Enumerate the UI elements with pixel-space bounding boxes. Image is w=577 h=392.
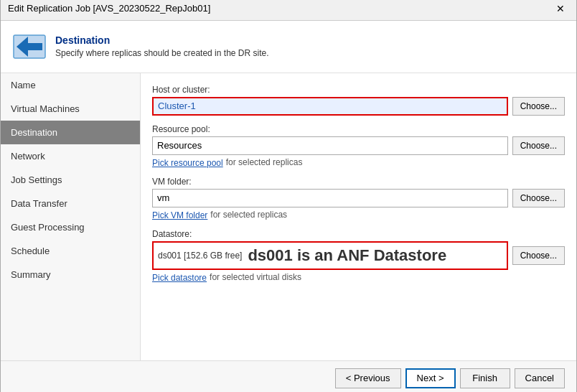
sidebar-item-summary[interactable]: Summary bbox=[1, 263, 140, 286]
vm-folder-pick-suffix: for selected replicas bbox=[210, 210, 287, 220]
finish-button[interactable]: Finish bbox=[460, 368, 510, 388]
header-subtitle: Specify where replicas should be created… bbox=[55, 48, 269, 58]
sidebar-item-network[interactable]: Network bbox=[1, 144, 140, 168]
host-cluster-input[interactable] bbox=[152, 97, 508, 116]
vm-folder-choose-button[interactable]: Choose... bbox=[512, 189, 565, 207]
sidebar-item-schedule[interactable]: Schedule bbox=[1, 239, 140, 263]
svg-rect-2 bbox=[28, 43, 42, 50]
title-bar: Edit Replication Job [AVS_20230522_RepJo… bbox=[1, 0, 576, 21]
vm-folder-pick-row: Pick VM folder for selected replicas bbox=[152, 209, 565, 220]
header-title: Destination bbox=[55, 34, 269, 46]
datastore-label: Datastore: bbox=[152, 229, 565, 239]
vm-folder-input[interactable] bbox=[152, 189, 508, 207]
dialog-title: Edit Replication Job [AVS_20230522_RepJo… bbox=[8, 3, 210, 14]
dialog: Edit Replication Job [AVS_20230522_RepJo… bbox=[0, 0, 577, 392]
datastore-group: Datastore: ds001 [152.6 GB free] ds001 i… bbox=[152, 229, 565, 283]
datastore-input-display: ds001 [152.6 GB free] ds001 is an ANF Da… bbox=[152, 241, 508, 270]
destination-icon bbox=[12, 29, 47, 64]
sidebar-item-destination[interactable]: Destination bbox=[1, 121, 140, 144]
host-cluster-row: Choose... bbox=[152, 97, 565, 116]
datastore-pick-suffix: for selected virtual disks bbox=[210, 272, 301, 282]
vm-folder-group: VM folder: Choose... Pick VM folder for … bbox=[152, 177, 565, 220]
header-text: Destination Specify where replicas shoul… bbox=[55, 34, 269, 58]
datastore-choose-button[interactable]: Choose... bbox=[512, 246, 565, 265]
sidebar-item-name[interactable]: Name bbox=[1, 73, 140, 97]
datastore-value-large: ds001 is an ANF Datastore bbox=[248, 246, 446, 265]
previous-button[interactable]: < Previous bbox=[335, 368, 401, 388]
header-section: Destination Specify where replicas shoul… bbox=[1, 21, 576, 73]
host-cluster-choose-button[interactable]: Choose... bbox=[512, 97, 565, 116]
sidebar-item-virtual-machines[interactable]: Virtual Machines bbox=[1, 97, 140, 121]
datastore-pick-link[interactable]: Pick datastore bbox=[152, 273, 207, 283]
host-cluster-label: Host or cluster: bbox=[152, 85, 565, 95]
sidebar-item-guest-processing[interactable]: Guest Processing bbox=[1, 215, 140, 239]
next-button[interactable]: Next > bbox=[405, 368, 456, 388]
host-cluster-group: Host or cluster: Choose... bbox=[152, 85, 565, 116]
vm-folder-row: Choose... bbox=[152, 189, 565, 207]
resource-pool-pick-row: Pick resource pool for selected replicas bbox=[152, 157, 565, 168]
close-button[interactable]: ✕ bbox=[552, 1, 569, 16]
resource-pool-input[interactable] bbox=[152, 136, 508, 155]
resource-pool-label: Resource pool: bbox=[152, 124, 565, 134]
resource-pool-group: Resource pool: Choose... Pick resource p… bbox=[152, 124, 565, 168]
sidebar: Name Virtual Machines Destination Networ… bbox=[1, 73, 141, 360]
resource-pool-pick-link[interactable]: Pick resource pool bbox=[152, 158, 223, 168]
footer: < Previous Next > Finish Cancel bbox=[1, 360, 576, 393]
vm-folder-label: VM folder: bbox=[152, 177, 565, 187]
resource-pool-pick-suffix: for selected replicas bbox=[226, 157, 303, 167]
sidebar-item-job-settings[interactable]: Job Settings bbox=[1, 168, 140, 192]
datastore-row: ds001 [152.6 GB free] ds001 is an ANF Da… bbox=[152, 241, 565, 270]
resource-pool-row: Choose... bbox=[152, 136, 565, 155]
sidebar-item-data-transfer[interactable]: Data Transfer bbox=[1, 192, 140, 215]
content-area: Host or cluster: Choose... Resource pool… bbox=[141, 73, 576, 360]
datastore-value-small: ds001 [152.6 GB free] bbox=[158, 251, 242, 261]
datastore-pick-row: Pick datastore for selected virtual disk… bbox=[152, 271, 565, 283]
body: Name Virtual Machines Destination Networ… bbox=[1, 73, 576, 360]
cancel-button[interactable]: Cancel bbox=[515, 368, 565, 388]
vm-folder-pick-link[interactable]: Pick VM folder bbox=[152, 210, 207, 220]
resource-pool-choose-button[interactable]: Choose... bbox=[512, 136, 565, 155]
